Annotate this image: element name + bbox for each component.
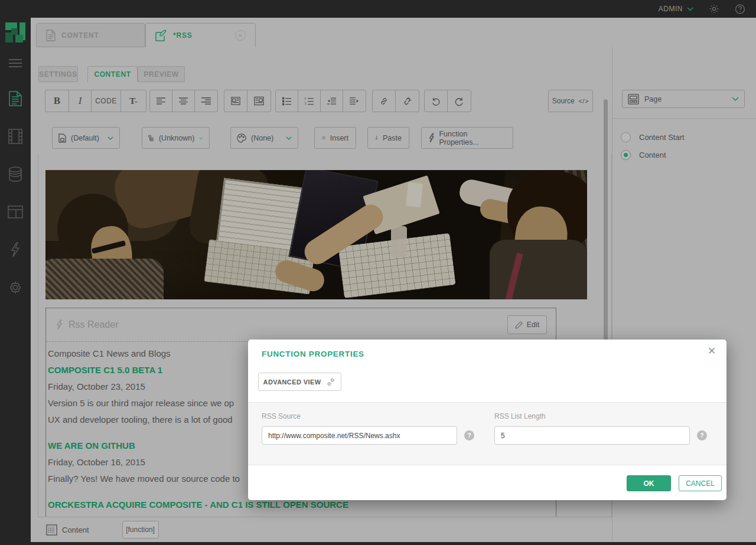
bullet-list-button[interactable] <box>276 90 298 112</box>
outdent-icon <box>327 97 336 106</box>
data-perspective-icon[interactable] <box>0 162 31 186</box>
undo-button[interactable] <box>425 90 448 112</box>
align-left-button[interactable] <box>150 90 172 112</box>
numbered-list-icon <box>305 97 314 106</box>
functions-perspective-icon[interactable] <box>0 238 31 262</box>
code-glyph: </> <box>579 98 589 105</box>
content-perspective-icon[interactable] <box>0 87 31 110</box>
chevron-down-icon <box>107 136 113 140</box>
view-mode-dropdown[interactable]: Page <box>622 90 745 108</box>
align-right-button[interactable] <box>195 90 217 112</box>
radio-icon <box>621 132 631 142</box>
top-bar: ADMIN <box>0 0 756 18</box>
insert-image-right-button[interactable] <box>247 90 271 112</box>
cancel-button[interactable]: CANCEL <box>679 475 722 491</box>
admin-user-menu[interactable]: ADMIN <box>659 5 693 13</box>
news-photo <box>45 170 587 299</box>
class-dropdown[interactable]: (Default) <box>52 127 120 149</box>
function-properties-button[interactable]: Function Properties... <box>421 127 513 149</box>
lightning-icon <box>56 319 63 330</box>
divider <box>612 118 756 119</box>
radio-content[interactable]: Content <box>621 150 666 160</box>
radio-content-start[interactable]: Content Start <box>621 132 685 142</box>
alignment-group <box>149 90 218 112</box>
insert-button[interactable]: Insert <box>314 127 356 149</box>
palette-icon <box>237 133 246 143</box>
edit-icon <box>155 30 167 41</box>
document-icon <box>58 133 66 143</box>
system-perspective-icon[interactable] <box>0 276 31 299</box>
settings-icon[interactable] <box>709 4 719 14</box>
bold-button[interactable]: B <box>45 90 69 112</box>
insert-image-left-button[interactable] <box>224 90 247 112</box>
source-view-button[interactable]: Source </> <box>548 90 593 112</box>
media-perspective-icon[interactable] <box>0 125 31 148</box>
position-dropdown[interactable]: (Unknown) <box>142 127 210 149</box>
edit-function-button[interactable]: Edit <box>507 315 547 334</box>
window-tab-content[interactable]: CONTENT <box>36 23 145 47</box>
view-tab-settings[interactable]: SETTINGS <box>38 66 78 82</box>
history-group <box>424 90 471 112</box>
view-tab-preview[interactable]: PREVIEW <box>138 66 185 82</box>
italic-button[interactable]: I <box>69 90 92 112</box>
menu-icon[interactable] <box>0 51 31 75</box>
outdent-button[interactable] <box>321 90 343 112</box>
help-badge[interactable]: ? <box>464 430 474 440</box>
numbered-list-button[interactable] <box>298 90 321 112</box>
advanced-view-button[interactable]: ADVANCED VIEW <box>258 373 341 391</box>
composite-c1-logo[interactable] <box>5 22 25 43</box>
chevron-down-icon <box>687 7 693 11</box>
chevron-down-icon <box>286 136 292 140</box>
rss-widget-header: Rss Reader Edit <box>46 308 556 342</box>
remove-link-button[interactable] <box>396 90 419 112</box>
bottom-dark-strip <box>31 542 756 545</box>
paste-button[interactable]: Paste <box>367 127 409 149</box>
rss-list-length-input[interactable] <box>494 426 690 445</box>
align-center-icon <box>179 97 188 105</box>
dialog-title: FUNCTION PROPERTIES <box>262 350 364 358</box>
redo-button[interactable] <box>448 90 471 112</box>
pencil-icon <box>515 321 523 329</box>
radio-icon <box>621 150 631 160</box>
layout-perspective-icon[interactable] <box>0 200 31 224</box>
content-grid-icon <box>46 524 57 536</box>
function-properties-dialog: FUNCTION PROPERTIES ✕ ADVANCED VIEW RSS … <box>248 340 726 500</box>
help-badge[interactable]: ? <box>697 430 707 440</box>
left-sidebar <box>0 18 31 545</box>
chevron-down-icon <box>732 97 739 101</box>
dialog-form-section: RSS Source ? RSS List Length ? <box>248 402 726 465</box>
align-right-icon <box>201 97 211 105</box>
insert-link-button[interactable] <box>373 90 396 112</box>
chevron-down-icon <box>199 136 203 140</box>
window-tab-label: CONTENT <box>61 31 99 40</box>
bottom-tab-content[interactable]: Content <box>46 524 89 536</box>
close-tab-icon[interactable]: ✕ <box>235 30 246 41</box>
page-icon <box>628 94 639 105</box>
list-group <box>275 90 366 112</box>
undo-icon <box>431 96 441 106</box>
bullet-list-icon <box>282 97 291 106</box>
document-icon <box>46 30 56 41</box>
function-marker-chip[interactable]: [function] <box>122 521 159 539</box>
close-icon[interactable]: ✕ <box>705 344 718 357</box>
view-tab-content[interactable]: CONTENT <box>87 66 138 82</box>
indent-icon <box>350 97 359 106</box>
window-tab-rss[interactable]: *RSS ✕ <box>145 23 256 47</box>
align-center-button[interactable] <box>172 90 195 112</box>
rss-source-input[interactable] <box>262 426 457 445</box>
link-icon <box>379 96 389 107</box>
style-dropdown[interactable]: (None) <box>230 127 298 149</box>
ok-button[interactable]: OK <box>627 475 671 491</box>
indent-button[interactable] <box>343 90 366 112</box>
hierarchy-icon <box>148 133 154 143</box>
text-format-button[interactable]: T- <box>121 90 146 112</box>
help-icon[interactable] <box>735 4 745 14</box>
image-left-icon <box>231 96 240 106</box>
plus-circle-icon <box>322 133 325 143</box>
arrow-down-icon <box>375 133 378 143</box>
code-button[interactable]: CODE <box>92 90 121 112</box>
image-right-icon <box>254 96 264 106</box>
field-label: RSS Source <box>262 412 301 420</box>
widget-title: Rss Reader <box>69 319 118 330</box>
redo-icon <box>454 96 464 106</box>
